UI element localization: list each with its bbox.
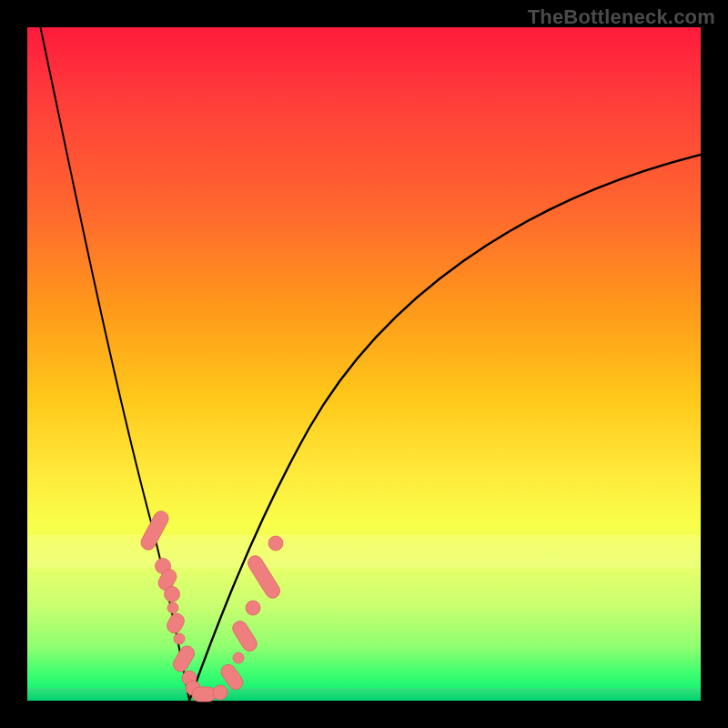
svg-rect-5 xyxy=(165,612,187,636)
chart-frame: TheBottleneck.com xyxy=(0,0,728,728)
svg-rect-10 xyxy=(192,687,216,702)
svg-point-3 xyxy=(165,587,180,602)
svg-point-17 xyxy=(268,536,283,551)
curve-right-branch xyxy=(189,155,701,701)
svg-rect-16 xyxy=(245,553,282,602)
svg-point-11 xyxy=(213,685,228,700)
svg-point-13 xyxy=(233,652,244,663)
marker-cluster xyxy=(138,509,283,702)
svg-point-4 xyxy=(167,602,178,613)
chart-svg xyxy=(27,27,701,701)
svg-rect-14 xyxy=(230,618,260,653)
svg-point-15 xyxy=(246,601,260,615)
watermark-text: TheBottleneck.com xyxy=(528,5,715,29)
svg-rect-7 xyxy=(171,643,197,674)
svg-rect-0 xyxy=(138,509,171,552)
svg-point-6 xyxy=(174,633,185,644)
